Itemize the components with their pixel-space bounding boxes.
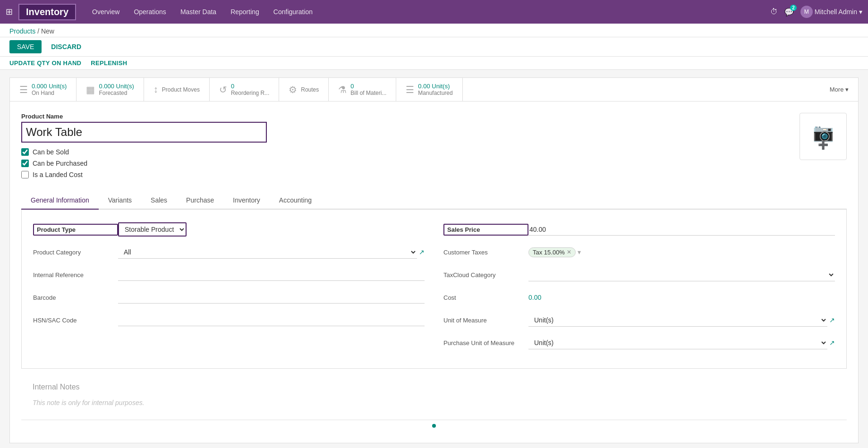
internal-reference-input[interactable] xyxy=(118,269,425,281)
category-external-link-icon[interactable]: ↗ xyxy=(419,248,425,256)
internal-notes-placeholder[interactable]: This note is only for internal purposes. xyxy=(33,395,835,410)
purchase-uom-label: Purchase Unit of Measure xyxy=(443,339,528,347)
stat-bar: ☰ 0.000 Unit(s) On Hand ▦ 0.000 Unit(s) … xyxy=(9,77,859,101)
tab-purchase[interactable]: Purchase xyxy=(177,192,223,210)
breadcrumb-current: New xyxy=(41,27,54,35)
breadcrumb: Products / New xyxy=(9,27,54,35)
more-button[interactable]: More ▾ xyxy=(820,78,858,101)
tab-sales[interactable]: Sales xyxy=(141,192,177,210)
purchase-uom-external-link-icon[interactable]: ↗ xyxy=(829,339,835,347)
bom-icon: ⚗ xyxy=(338,84,347,95)
stat-product-moves[interactable]: ↕ Product Moves xyxy=(144,78,210,101)
internal-reference-row: Internal Reference xyxy=(33,266,425,283)
form-right: Sales Price Customer Taxes Tax 15.00% ✕ xyxy=(443,221,835,357)
apps-icon[interactable]: ⊞ xyxy=(6,7,13,17)
user-chevron-icon: ▾ xyxy=(859,8,862,16)
product-name-section: Product Name Can be Sold Can be Purchase… xyxy=(21,113,800,182)
product-category-select[interactable]: All xyxy=(118,246,417,259)
hsn-sac-label: HSN/SAC Code xyxy=(33,317,118,324)
taxcloud-category-select[interactable] xyxy=(528,269,835,281)
barcode-value xyxy=(118,292,425,304)
taxes-dropdown-icon[interactable]: ▾ xyxy=(578,248,581,256)
replenish-button[interactable]: REPLENISH xyxy=(91,59,127,67)
can-be-purchased-row[interactable]: Can be Purchased xyxy=(21,160,800,167)
add-image-icon: ➕ xyxy=(818,140,828,150)
forecasted-value: 0.000 Unit(s) xyxy=(99,83,134,90)
main-content: ☰ 0.000 Unit(s) On Hand ▦ 0.000 Unit(s) … xyxy=(0,70,868,448)
more-label: More ▾ xyxy=(830,86,849,93)
is-landed-cost-row[interactable]: Is a Landed Cost xyxy=(21,171,800,178)
uom-value: Unit(s) ↗ xyxy=(528,314,835,327)
nav-right-section: ⏱ 💬 2 M Mitchell Admin ▾ xyxy=(770,6,862,18)
can-be-purchased-checkbox[interactable] xyxy=(21,160,29,167)
tab-general[interactable]: General Information xyxy=(21,192,99,210)
tab-content-general: Product Type Storable Product Consumable… xyxy=(21,210,847,369)
save-button[interactable]: SAVE xyxy=(9,40,42,53)
can-be-sold-row[interactable]: Can be Sold xyxy=(21,148,800,156)
breadcrumb-parent[interactable]: Products xyxy=(9,27,35,35)
stat-on-hand[interactable]: ☰ 0.000 Unit(s) On Hand xyxy=(10,78,77,101)
user-menu[interactable]: M Mitchell Admin ▾ xyxy=(800,6,862,18)
stat-routes[interactable]: ⚙ Routes xyxy=(279,78,329,101)
stat-reordering[interactable]: ↺ 0 Reordering R... xyxy=(210,78,279,101)
reordering-value: 0 xyxy=(231,83,269,90)
forecasted-label: Forecasted xyxy=(99,90,134,96)
brand-logo[interactable]: Inventory xyxy=(18,4,76,20)
product-category-row: Product Category All ↗ xyxy=(33,244,425,261)
hsn-sac-input[interactable] xyxy=(118,314,425,326)
tab-variants[interactable]: Variants xyxy=(99,192,141,210)
nav-overview[interactable]: Overview xyxy=(85,5,126,18)
barcode-input[interactable] xyxy=(118,292,425,304)
is-landed-cost-checkbox[interactable] xyxy=(21,171,29,178)
nav-operations[interactable]: Operations xyxy=(127,5,172,18)
barcode-label: Barcode xyxy=(33,294,118,301)
uom-external-link-icon[interactable]: ↗ xyxy=(829,316,835,324)
product-header: Product Name Can be Sold Can be Purchase… xyxy=(21,113,847,182)
product-name-input[interactable] xyxy=(21,122,267,143)
nav-configuration[interactable]: Configuration xyxy=(267,5,319,18)
stat-bom[interactable]: ⚗ 0 Bill of Materi... xyxy=(329,78,396,101)
clock-icon[interactable]: ⏱ xyxy=(770,8,778,16)
product-image[interactable]: 📷 ➕ xyxy=(800,113,847,160)
remove-tax-button[interactable]: ✕ xyxy=(567,249,571,255)
sales-price-row: Sales Price xyxy=(443,221,835,238)
general-form-grid: Product Type Storable Product Consumable… xyxy=(33,221,835,357)
product-category-label: Product Category xyxy=(33,249,118,256)
nav-reporting[interactable]: Reporting xyxy=(224,5,266,18)
taxcloud-category-label: TaxCloud Category xyxy=(443,271,528,279)
uom-select[interactable]: Unit(s) xyxy=(528,314,827,327)
discard-button[interactable]: DISCARD xyxy=(46,40,86,53)
internal-reference-label: Internal Reference xyxy=(33,271,118,279)
can-be-purchased-label: Can be Purchased xyxy=(33,160,87,167)
stat-forecasted[interactable]: ▦ 0.000 Unit(s) Forecasted xyxy=(77,78,144,101)
action-bar: SAVE DISCARD xyxy=(0,37,868,57)
on-hand-label: On Hand xyxy=(32,90,67,96)
update-qty-button[interactable]: UPDATE QTY ON HAND xyxy=(9,59,81,67)
bom-label: Bill of Materi... xyxy=(350,90,386,96)
product-type-value: Storable Product Consumable Service xyxy=(118,222,425,237)
nav-menu: Overview Operations Master Data Reportin… xyxy=(85,5,768,18)
forecasted-icon: ▦ xyxy=(86,84,95,95)
chat-icon-wrap[interactable]: 💬 2 xyxy=(784,8,794,17)
tab-accounting[interactable]: Accounting xyxy=(270,192,321,210)
product-type-select[interactable]: Storable Product Consumable Service xyxy=(118,222,187,237)
tab-inventory[interactable]: Inventory xyxy=(223,192,270,210)
reordering-icon: ↺ xyxy=(219,84,227,95)
product-moves-label: Product Moves xyxy=(162,86,200,93)
can-be-sold-checkbox[interactable] xyxy=(21,148,29,156)
customer-taxes-row: Customer Taxes Tax 15.00% ✕ ▾ xyxy=(443,244,835,261)
sales-price-input[interactable] xyxy=(528,224,835,236)
tabs-bar: General Information Variants Sales Purch… xyxy=(21,192,847,210)
taxcloud-category-value xyxy=(528,269,835,281)
purchase-uom-value: Unit(s) ↗ xyxy=(528,337,835,349)
user-name: Mitchell Admin xyxy=(815,8,857,16)
cost-value: 0.00 xyxy=(528,294,835,301)
purchase-uom-select[interactable]: Unit(s) xyxy=(528,337,827,349)
cost-display: 0.00 xyxy=(528,294,541,301)
barcode-row: Barcode xyxy=(33,289,425,306)
hsn-sac-row: HSN/SAC Code xyxy=(33,312,425,329)
stat-manufactured[interactable]: ☰ 0.00 Unit(s) Manufactured xyxy=(396,78,462,101)
sales-price-label: Sales Price xyxy=(443,224,528,236)
top-navigation: ⊞ Inventory Overview Operations Master D… xyxy=(0,0,868,24)
nav-master-data[interactable]: Master Data xyxy=(174,5,223,18)
